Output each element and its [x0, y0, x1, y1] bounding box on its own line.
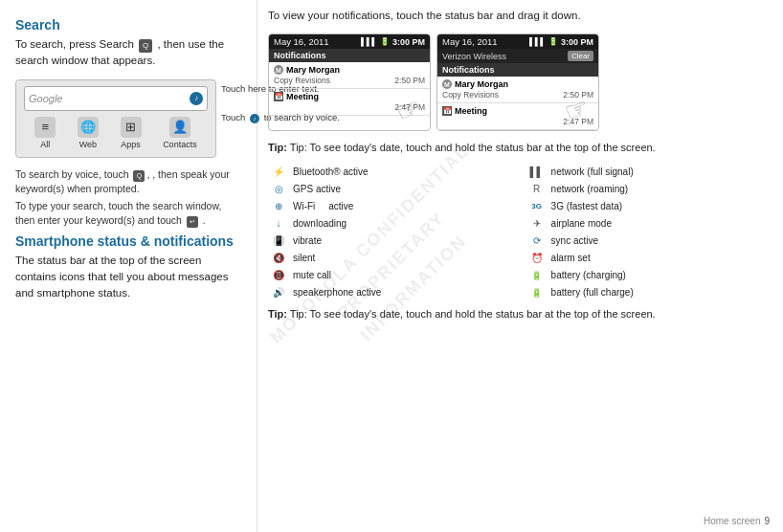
panel2-carrier-row: Verizon Wireless Clear	[437, 49, 598, 63]
label-speaker: speakerphone active	[289, 284, 526, 301]
label-roaming: network (roaming)	[548, 181, 770, 198]
meeting-icon-1: 📅	[274, 92, 283, 101]
panel2-date: May 16, 2011	[442, 36, 498, 47]
panel1-signal: ▌▌▌	[361, 37, 377, 46]
icon-battery-charging: 🔋	[526, 267, 548, 284]
notification-panel-2: May 16, 2011 ▌▌▌ 🔋 3:00 PM Verizon Wirel…	[436, 33, 599, 131]
search-nav-all-label: All	[40, 140, 50, 149]
clear-button[interactable]: Clear	[568, 51, 593, 61]
page-number: 9	[764, 516, 770, 526]
type-para: To type your search, touch the search wi…	[15, 199, 243, 228]
search-box-container: Google ♪ ≡ All 🌐 Web ⊞ Apps	[15, 79, 216, 158]
home-label: Home screen	[704, 516, 760, 526]
label-wifi: Wi-Fi active	[289, 198, 526, 215]
table-row: ⚡ Bluetooth® active ▌▌ network (full sig…	[268, 164, 770, 181]
table-row: ◎ GPS active R network (roaming)	[268, 181, 770, 198]
search-nav-contacts-label: Contacts	[163, 140, 197, 149]
label-battery-full: battery (full charge)	[548, 284, 770, 301]
tip-text-2: Tip: Tip: To see today's date, touch and…	[268, 307, 770, 321]
search-nav-row: ≡ All 🌐 Web ⊞ Apps 👤 Contacts	[24, 117, 208, 149]
panel2-section-label: Notifications	[437, 63, 598, 77]
mic-icon[interactable]: ♪	[190, 92, 203, 105]
label-vibrate: vibrate	[289, 233, 526, 250]
smartphone-section: Smartphone status & notifications The st…	[15, 233, 243, 302]
google-logo: Google	[29, 93, 190, 104]
label-silent: silent	[289, 250, 526, 267]
left-column: Search To search, press Search Q , then …	[0, 0, 258, 532]
panel1-item-1: M Mary Morgan Copy Revisions 2:50 PM	[269, 62, 430, 89]
table-row: ↓ downloading ✈ airplane mode	[268, 215, 770, 233]
search-key-icon: Q	[139, 39, 152, 53]
notification-panels: May 16, 2011 ▌▌▌ 🔋 3:00 PM Notifications…	[268, 33, 770, 131]
icon-mute: 📵	[268, 267, 289, 284]
all-icon: ≡	[34, 117, 56, 138]
smartphone-body: The status bar at the top of the screen …	[15, 253, 243, 302]
status-icons-table: ⚡ Bluetooth® active ▌▌ network (full sig…	[268, 164, 770, 301]
panel1-time-1: 2:50 PM	[394, 76, 425, 85]
enter-key-icon: ↵	[187, 216, 198, 228]
search-nav-web-label: Web	[79, 140, 97, 149]
table-row: ⊕ Wi-Fi active 3G 3G (fastest data)	[268, 198, 770, 215]
search-row-label: To search by voice, touch Q, , then spea…	[15, 167, 243, 196]
meeting-icon-2: 📅	[442, 106, 452, 116]
column-divider	[257, 0, 257, 532]
right-column: To view your notifications, touch the st…	[258, 0, 783, 532]
smartphone-title: Smartphone status & notifications	[15, 233, 243, 249]
table-row: 📵 mute call 🔋 battery (charging)	[268, 267, 770, 284]
panel2-status: ▌▌▌ 🔋 3:00 PM	[529, 37, 593, 47]
panel1-header: May 16, 2011 ▌▌▌ 🔋 3:00 PM	[269, 34, 430, 49]
icon-sync: ⟳	[526, 233, 548, 250]
icon-3g: 3G	[526, 198, 548, 215]
contacts-icon: 👤	[169, 117, 190, 138]
web-icon: 🌐	[78, 117, 99, 138]
panel2-subtitle-1: Copy Revisions	[442, 90, 499, 100]
panel2-battery-icon: 🔋	[548, 37, 558, 46]
icon-signal: ▌▌	[526, 164, 548, 181]
panel1-name-2: Meeting	[286, 92, 319, 101]
icon-bluetooth: ⚡	[268, 164, 289, 181]
search-box-demo: Google ♪ ≡ All 🌐 Web ⊞ Apps	[15, 79, 202, 158]
right-intro: To view your notifications, touch the st…	[268, 8, 770, 24]
panel2-name-1: Mary Morgan	[455, 79, 508, 89]
icon-vibrate: 📳	[268, 233, 289, 250]
page-footer: Home screen 9	[704, 516, 770, 526]
panel2-signal: ▌▌▌	[529, 37, 546, 46]
label-mute: mute call	[289, 267, 526, 284]
icon-download: ↓	[268, 215, 289, 233]
panel2-header: May 16, 2011 ▌▌▌ 🔋 3:00 PM	[437, 34, 598, 49]
panel2-carrier: Verizon Wireless	[442, 52, 506, 61]
icon-battery-full: 🔋	[526, 284, 548, 301]
panel1-avatar-1: M	[274, 65, 283, 75]
panel2-name-2: Meeting	[455, 106, 487, 116]
label-alarm: alarm set	[548, 250, 770, 267]
search-nav-apps[interactable]: ⊞ Apps	[121, 117, 142, 149]
icon-alarm: ⏰	[526, 250, 548, 267]
search-nav-contacts[interactable]: 👤 Contacts	[163, 117, 197, 149]
search-input-demo[interactable]: Google ♪	[24, 86, 208, 111]
icon-gps: ◎	[268, 181, 289, 198]
apps-icon: ⊞	[121, 117, 142, 138]
icon-wifi: ⊕	[268, 198, 289, 215]
icon-roaming: R	[526, 181, 548, 198]
panel1-section-label: Notifications	[269, 49, 430, 62]
panel1-subtitle-1: Copy Revisions	[274, 76, 330, 85]
table-row: 🔊 speakerphone active 🔋 battery (full ch…	[268, 284, 770, 301]
search-nav-web[interactable]: 🌐 Web	[78, 117, 99, 149]
search-nav-all[interactable]: ≡ All	[34, 117, 56, 149]
label-bluetooth: Bluetooth® active	[289, 164, 526, 181]
icon-speaker: 🔊	[268, 284, 289, 301]
panel1-name-1: Mary Morgan	[286, 65, 340, 75]
notification-panel-1: May 16, 2011 ▌▌▌ 🔋 3:00 PM Notifications…	[268, 33, 431, 131]
tip-text-1: Tip: Tip: To see today's date, touch and…	[268, 141, 770, 155]
search-title: Search	[15, 17, 243, 33]
table-row: 📳 vibrate ⟳ sync active	[268, 233, 770, 250]
label-airplane: airplane mode	[548, 215, 770, 233]
panel1-battery-icon: 🔋	[380, 37, 390, 46]
icon-airplane: ✈	[526, 215, 548, 233]
label-gps: GPS active	[289, 181, 526, 198]
panel2-header-left: May 16, 2011	[442, 36, 498, 47]
label-battery-charging: battery (charging)	[548, 267, 770, 284]
label-download: downloading	[289, 215, 526, 233]
table-row: 🔇 silent ⏰ alarm set	[268, 250, 770, 267]
search-key-inline: Q	[133, 170, 145, 182]
